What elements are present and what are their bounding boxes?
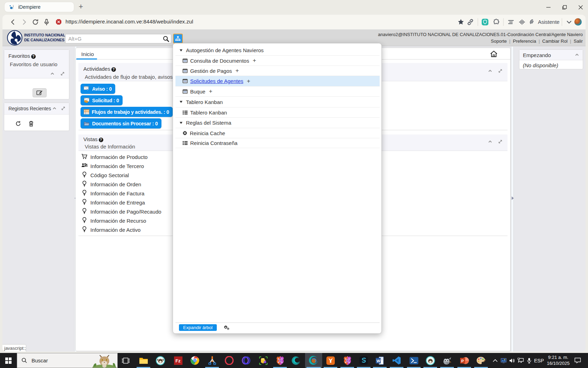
collapse-icon[interactable] [488,69,492,73]
expand-icon[interactable] [60,71,65,76]
view-item[interactable]: Información de Factura [81,189,144,198]
taskbar-app-chrome[interactable] [187,353,203,368]
help-question-icon[interactable]: ? [99,138,103,142]
taskbar-app-vscode[interactable] [388,353,405,368]
insecure-site-badge-icon[interactable] [56,19,62,25]
request-button[interactable]: Solicitud : 0 [81,95,123,105]
tree-item-reinicia-cache[interactable]: Reinicia Cache [175,128,380,138]
tree-item-consulta-documentos[interactable]: Consulta de Documentos + [175,55,380,65]
window-close-button[interactable] [577,4,584,11]
browser-tab-idempiere[interactable]: iDempiere [4,2,74,12]
taskbar-app-word[interactable]: W [372,353,388,368]
plus-icon[interactable]: + [209,88,212,95]
expand-tree-button[interactable]: Expandir árbol [179,324,217,331]
assistant-label[interactable]: Asistente [538,19,560,25]
tray-chevron-up[interactable] [491,353,499,368]
puzzle-extensions-icon[interactable] [492,18,501,26]
tree-group-autogestion[interactable]: Autogestión de Agentes Navieros [175,45,380,55]
microphone-icon[interactable] [42,18,51,26]
tree-item-tablero-kanban[interactable]: Tablero Kanban [175,107,380,117]
support-link[interactable]: Soporte [491,39,507,44]
taskbar-app-dog-2[interactable] [422,353,438,368]
collapse-icon[interactable] [50,71,55,76]
taskbar-app-powershell[interactable] [406,353,422,368]
taskbar-app-teal[interactable] [288,353,304,368]
caret-down-icon[interactable] [180,122,182,124]
taskbar-app-brave-nightly-2[interactable] [339,353,355,368]
help-question-icon[interactable]: ? [31,54,36,59]
tree-group-tablero-kanban[interactable]: Tablero Kanban [175,96,380,107]
taskbar-app-brave-nightly[interactable] [272,353,288,368]
help-question-icon[interactable]: ? [111,67,116,72]
notice-button[interactable]: Aviso : 0 [81,84,115,94]
taskbar-app-xampp[interactable] [322,353,339,368]
caret-down-icon[interactable] [180,49,182,51]
menu-tree-button[interactable] [173,34,183,43]
view-item[interactable]: Información de Recurso [81,216,146,225]
tray-network[interactable] [517,353,525,368]
taskbar-app-powerpoint[interactable]: P [456,353,472,368]
edit-favorites-button[interactable] [33,88,47,97]
taskbar-app-paint[interactable] [473,353,489,368]
plus-icon[interactable]: + [247,78,250,85]
taskbar-app-opera-beta[interactable] [238,353,254,368]
preference-link[interactable]: Preferencia [513,39,536,44]
taskbar-app-gimp[interactable] [439,353,455,368]
tree-group-reglas-sistema[interactable]: Reglas del Sistema [175,117,380,128]
reload-icon[interactable] [31,18,40,26]
search-icon[interactable] [162,35,170,42]
search-input[interactable] [68,36,156,42]
view-item[interactable]: Información de Tercero [81,161,144,171]
voice-wave-icon[interactable] [518,18,526,26]
plus-icon[interactable]: + [253,57,256,64]
reading-list-icon[interactable] [507,18,515,26]
expand-icon[interactable] [61,106,65,111]
taskbar-app-scissors[interactable] [204,353,220,368]
shield-extension-icon[interactable] [481,18,489,26]
taskbar-app-dog[interactable] [152,353,168,368]
gears-icon[interactable] [223,324,230,331]
change-role-link[interactable]: Cambiar Rol [542,39,567,44]
taskbar-app-db-tool[interactable] [255,353,271,368]
workflow-activities-button[interactable]: Flujos de trabajo y actividades. : 0 [81,107,173,117]
taskbar-app-dark-s[interactable] [355,353,372,368]
refresh-icon[interactable] [15,120,21,127]
expand-icon[interactable] [498,139,503,144]
caret-down-icon[interactable] [180,101,182,103]
taskbar-app-opera[interactable] [221,353,237,368]
copy-link-icon[interactable] [466,18,475,26]
collapse-icon[interactable] [52,106,57,111]
home-icon[interactable] [490,50,498,57]
view-item[interactable]: Información de Producto [81,152,147,161]
expand-icon[interactable] [498,69,503,73]
bookmark-star-icon[interactable] [457,18,465,26]
tray-app-icon[interactable] [500,353,507,368]
window-maximize-button[interactable] [561,4,568,11]
view-item[interactable]: Información de Entrega [81,198,145,207]
right-splitter[interactable] [511,47,514,352]
tray-microphone[interactable] [525,353,533,368]
search-highlight-lynx-image[interactable] [91,353,117,368]
back-icon[interactable] [9,18,17,26]
profile-avatar[interactable] [574,18,582,26]
collapse-icon[interactable] [575,53,579,57]
view-item[interactable]: Información de Pago/Recaudo [81,207,161,216]
chevron-down-icon[interactable] [565,18,573,26]
tray-notifications[interactable] [572,353,583,368]
collapse-icon[interactable] [488,139,492,144]
task-view-button[interactable] [117,353,134,368]
tree-item-gestion-pagos[interactable]: Gestión de Pagos + [175,65,380,76]
tree-item-reinicia-contrasena[interactable]: Reinicia Contraseña [175,138,380,148]
url-text[interactable]: https://idempiere.incanal.com.ve:8448/we… [65,19,193,25]
tree-item-solicitudes-agentes[interactable]: Solicitudes de Agentes + [175,76,380,86]
tray-clock[interactable]: 9:21 a. m.16/10/2025 [545,353,572,368]
tray-language[interactable]: ESP [534,353,544,368]
start-button[interactable] [0,353,17,368]
view-item[interactable]: Código Sectorial [81,171,129,180]
taskbar-app-teal-active[interactable] [305,353,322,368]
unprocessed-documents-button[interactable]: Documentos sin Procesar : 0 [81,118,161,129]
tree-item-buque[interactable]: Buque + [175,86,380,96]
view-item[interactable]: Información de Activo [81,225,140,234]
tab-inicio[interactable]: Inicio [81,51,94,57]
logout-link[interactable]: Salir [574,39,583,44]
